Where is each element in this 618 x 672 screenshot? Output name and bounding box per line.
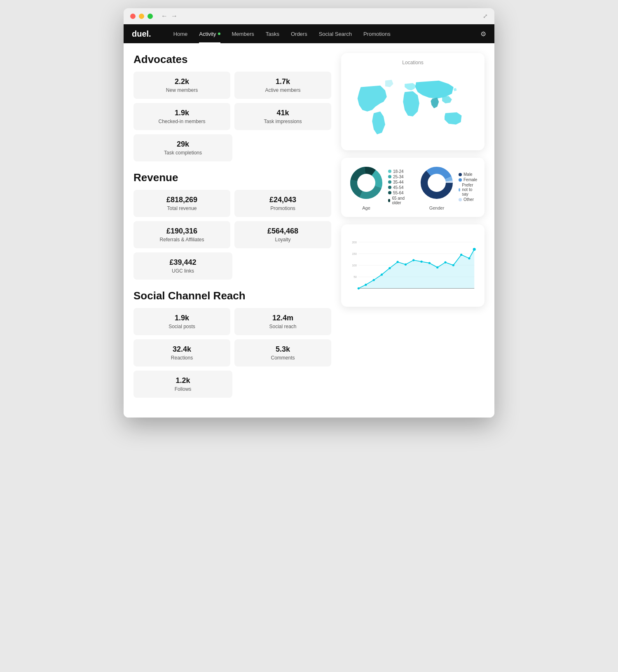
line-area-fill — [358, 250, 474, 289]
maximize-button[interactable] — [147, 14, 153, 19]
legend-item-35-44: 35-44 — [388, 180, 407, 184]
nav-social-search[interactable]: Social Search — [313, 24, 358, 43]
legend-item-other: Other — [459, 197, 478, 202]
y-label-150: 150 — [352, 252, 357, 255]
line-chart-card: 200 150 100 50 — [341, 224, 485, 307]
legend-item-25-34: 25-34 — [388, 175, 407, 179]
right-panel: Locations — [341, 53, 485, 408]
stat-value-total-revenue: £818,269 — [140, 196, 224, 204]
revenue-section: Revenue £818,269 Total revenue £24,043 P… — [133, 171, 331, 280]
stat-active-members: 1.7k Active members — [234, 72, 331, 99]
gear-icon[interactable]: ⚙ — [480, 30, 486, 38]
gender-chart-label: Gender — [418, 205, 455, 210]
stat-label-reactions: Reactions — [140, 355, 224, 361]
nav-members[interactable]: Members — [226, 24, 260, 43]
legend-dot-45-54 — [388, 186, 391, 189]
legend-dot-55-64 — [388, 191, 391, 194]
line-point-11 — [436, 266, 438, 268]
line-point-6 — [397, 261, 399, 263]
stat-social-posts: 1.9k Social posts — [133, 308, 230, 335]
navbar-links: Home Activity Members Tasks Orders Socia… — [168, 24, 480, 43]
left-panel: Advocates 2.2k New members 1.7k Active m… — [133, 53, 331, 408]
social-section: Social Channel Reach 1.9k Social posts 1… — [133, 289, 331, 398]
stat-label-new-members: New members — [140, 87, 224, 93]
stat-reactions: 32.4k Reactions — [133, 339, 230, 366]
stat-label-total-revenue: Total revenue — [140, 205, 224, 211]
age-legend: 18-24 25-34 35-44 45-54 — [388, 169, 407, 206]
line-point-9 — [420, 261, 422, 263]
gender-legend: Male Female Prefer not to say Other — [459, 172, 478, 203]
navbar: duel. Home Activity Members Tasks Orders… — [124, 24, 494, 43]
close-button[interactable] — [130, 14, 136, 19]
revenue-title: Revenue — [133, 171, 331, 184]
legend-dot-female — [459, 178, 462, 182]
legend-item-18-24: 18-24 — [388, 169, 407, 174]
legend-dot-65plus — [388, 199, 390, 202]
stat-ugc-links: £39,442 UGC links — [133, 252, 232, 280]
advocates-section: Advocates 2.2k New members 1.7k Active m… — [133, 53, 331, 161]
stat-follows: 1.2k Follows — [133, 371, 232, 398]
stat-value-loyalty: £564,468 — [241, 227, 325, 236]
stat-value-referrals: £190,316 — [140, 227, 224, 236]
map-container — [348, 70, 478, 144]
stat-label-social-posts: Social posts — [140, 324, 224, 329]
line-point-1 — [358, 287, 360, 289]
browser-nav: ← → — [161, 12, 178, 20]
legend-item-55-64: 55-64 — [388, 191, 407, 195]
legend-item-65plus: 65 and older — [388, 196, 407, 205]
back-icon[interactable]: ← — [161, 12, 168, 20]
revenue-single-grid: £39,442 UGC links — [133, 252, 232, 280]
line-point-3 — [373, 279, 375, 281]
map-card: Locations — [341, 53, 485, 150]
stat-value-social-reach: 12.4m — [241, 314, 325, 322]
stat-label-comments: Comments — [241, 355, 325, 361]
expand-icon[interactable]: ⤢ — [483, 13, 488, 19]
line-chart-svg: 200 150 100 50 — [348, 231, 478, 300]
nav-orders[interactable]: Orders — [285, 24, 313, 43]
stat-checkedin-members: 1.9k Checked-in members — [133, 103, 230, 130]
line-point-15 — [468, 257, 470, 259]
line-point-10 — [428, 262, 431, 264]
line-point-13 — [452, 264, 454, 266]
stat-label-active-members: Active members — [241, 87, 325, 93]
social-single-grid: 1.2k Follows — [133, 371, 232, 398]
stat-promotions: £24,043 Promotions — [234, 190, 331, 217]
stat-label-checkedin: Checked-in members — [140, 119, 224, 124]
forward-icon[interactable]: → — [171, 12, 178, 20]
age-gender-card: Age 18-24 25-34 35-44 — [341, 158, 485, 217]
browser-window: ← → ⤢ duel. Home Activity Members Tasks … — [124, 8, 494, 418]
nav-tasks[interactable]: Tasks — [260, 24, 285, 43]
stat-value-task-completions: 29k — [140, 140, 226, 149]
stat-referrals: £190,316 Referrals & Affiliates — [133, 221, 230, 248]
stat-label-referrals: Referrals & Affiliates — [140, 237, 224, 243]
stat-new-members: 2.2k New members — [133, 72, 230, 99]
stat-value-reactions: 32.4k — [140, 345, 224, 354]
gender-section: Gender Male Female Prefer — [418, 164, 478, 210]
line-point-5 — [389, 267, 391, 269]
age-chart-label: Age — [348, 205, 385, 210]
line-point-last — [473, 248, 476, 251]
main-content: Advocates 2.2k New members 1.7k Active m… — [124, 43, 494, 418]
nav-activity[interactable]: Activity — [193, 24, 226, 43]
navbar-logo[interactable]: duel. — [132, 29, 151, 39]
nav-home[interactable]: Home — [168, 24, 194, 43]
legend-dot-male — [459, 173, 462, 176]
minimize-button[interactable] — [139, 14, 144, 19]
legend-dot-other — [459, 198, 462, 201]
line-point-2 — [365, 284, 367, 286]
map-title: Locations — [348, 60, 478, 65]
legend-dot-prefer-not — [459, 188, 460, 191]
gender-donut-wrap: Gender — [418, 164, 455, 210]
stat-label-social-reach: Social reach — [241, 324, 325, 329]
advocates-single-grid: 29k Task completions — [133, 134, 232, 161]
line-point-12 — [444, 261, 446, 263]
gender-donut-chart — [418, 164, 455, 201]
stat-label-promotions: Promotions — [241, 205, 325, 211]
y-label-100: 100 — [352, 264, 357, 267]
nav-promotions[interactable]: Promotions — [358, 24, 396, 43]
social-title: Social Channel Reach — [133, 289, 331, 302]
stat-value-new-members: 2.2k — [140, 77, 224, 86]
stat-value-ugc: £39,442 — [140, 258, 226, 267]
advocates-title: Advocates — [133, 53, 331, 66]
line-point-14 — [460, 254, 462, 256]
